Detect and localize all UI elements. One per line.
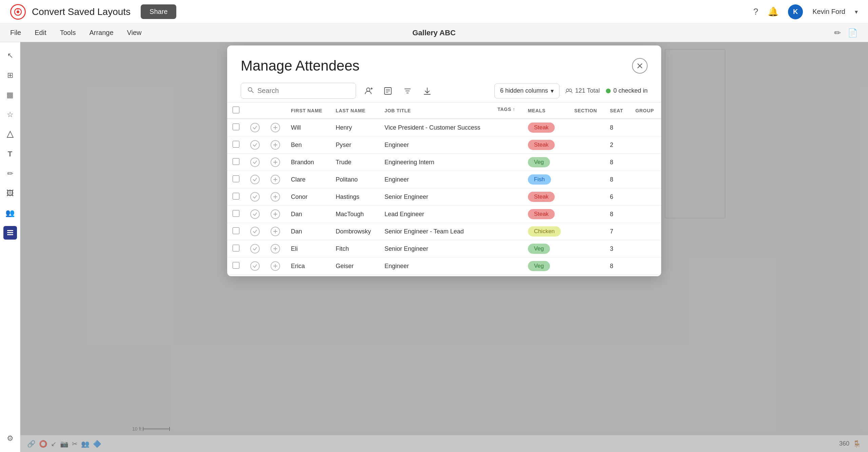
row-checkbox-1[interactable] <box>233 141 239 148</box>
row-checkbox-cell[interactable] <box>227 206 245 223</box>
notifications-icon[interactable]: 🔔 <box>768 6 778 17</box>
export-button[interactable] <box>380 83 395 98</box>
row-add-cell[interactable] <box>265 223 285 240</box>
checkin-button-3[interactable] <box>250 175 260 184</box>
add-button-6[interactable] <box>271 227 280 236</box>
add-button-8[interactable] <box>271 261 280 271</box>
col-firstname[interactable]: FIRST NAME <box>285 102 330 119</box>
row-add-cell[interactable] <box>265 119 285 136</box>
row-checkbox-cell[interactable] <box>227 240 245 258</box>
row-checkin-cell[interactable] <box>245 119 265 136</box>
row-add-cell[interactable] <box>265 240 285 258</box>
sidebar-cursor-tool[interactable]: ↖ <box>3 49 17 62</box>
checkin-button-2[interactable] <box>250 157 260 167</box>
col-group[interactable]: GROUP <box>630 102 661 119</box>
help-icon[interactable]: ? <box>753 6 758 17</box>
checkin-button-1[interactable] <box>250 140 260 150</box>
row-checkbox-6[interactable] <box>233 227 239 234</box>
row-checkbox-cell[interactable] <box>227 119 245 136</box>
row-checkbox-3[interactable] <box>233 175 239 182</box>
row-add-cell[interactable] <box>265 206 285 223</box>
col-lastname[interactable]: LAST NAME <box>330 102 379 119</box>
row-add-cell[interactable] <box>265 188 285 206</box>
avatar[interactable]: K <box>788 4 803 19</box>
row-checkbox-0[interactable] <box>233 124 239 130</box>
row-checkin-cell[interactable] <box>245 275 265 277</box>
row-checkbox-5[interactable] <box>233 210 239 217</box>
col-select-all[interactable] <box>227 102 245 119</box>
row-checkbox-cell[interactable] <box>227 258 245 275</box>
row-checkin-cell[interactable] <box>245 258 265 275</box>
row-checkbox-8[interactable] <box>233 262 239 269</box>
add-button-0[interactable] <box>271 123 280 132</box>
user-menu-chevron[interactable]: ▾ <box>855 8 858 16</box>
col-seat[interactable]: SEAT <box>605 102 630 119</box>
menu-edit[interactable]: Edit <box>35 29 46 37</box>
export-pdf-icon[interactable]: 📄 <box>848 28 858 38</box>
sidebar-star-tool[interactable]: ☆ <box>3 108 17 121</box>
download-button[interactable] <box>420 83 435 98</box>
menu-file[interactable]: File <box>10 29 21 37</box>
row-checkbox-2[interactable] <box>233 158 239 165</box>
col-meals[interactable]: MEALS <box>522 102 569 119</box>
row-checkin-cell[interactable] <box>245 188 265 206</box>
filter-button[interactable] <box>400 83 415 98</box>
add-button-7[interactable] <box>271 244 280 253</box>
col-tags[interactable]: TAGS ↑ <box>492 102 522 116</box>
share-button[interactable]: Share <box>141 4 176 19</box>
sidebar-image-tool[interactable]: 🖼 <box>3 187 17 200</box>
col-jobtitle[interactable]: JOB TITLE <box>379 102 492 119</box>
row-group <box>630 223 661 240</box>
row-checkin-cell[interactable] <box>245 154 265 171</box>
sidebar-settings-tool[interactable]: ⚙ <box>3 432 17 445</box>
checkin-button-5[interactable] <box>250 209 260 219</box>
sidebar-people-tool[interactable]: 👥 <box>3 206 17 220</box>
row-checkbox-cell[interactable] <box>227 171 245 188</box>
row-checkbox-cell[interactable] <box>227 154 245 171</box>
checkin-button-8[interactable] <box>250 261 260 271</box>
menu-arrange[interactable]: Arrange <box>89 29 113 37</box>
checkin-button-6[interactable] <box>250 227 260 236</box>
menu-tools[interactable]: Tools <box>60 29 76 37</box>
add-attendee-button[interactable] <box>361 83 376 98</box>
checkin-button-4[interactable] <box>250 192 260 202</box>
row-checkbox-cell[interactable] <box>227 136 245 154</box>
row-checkbox-4[interactable] <box>233 193 239 200</box>
add-button-5[interactable] <box>271 209 280 219</box>
sidebar-table-tool[interactable]: ▦ <box>3 88 17 102</box>
menu-view[interactable]: View <box>127 29 142 37</box>
row-checkin-cell[interactable] <box>245 223 265 240</box>
hidden-columns-button[interactable]: 6 hidden columns ▾ <box>494 83 559 98</box>
add-button-4[interactable] <box>271 192 280 202</box>
sidebar-grid-tool[interactable]: ⊞ <box>3 69 17 82</box>
col-section[interactable]: SECTION <box>569 102 605 119</box>
checkin-button-7[interactable] <box>250 244 260 253</box>
row-add-cell[interactable] <box>265 171 285 188</box>
checkin-button-0[interactable] <box>250 123 260 132</box>
select-all-checkbox[interactable] <box>233 107 239 113</box>
row-add-cell[interactable] <box>265 258 285 275</box>
add-button-2[interactable] <box>271 157 280 167</box>
search-input[interactable] <box>257 87 350 95</box>
sidebar-shape-tool[interactable] <box>3 128 17 141</box>
row-checkin-cell[interactable] <box>245 206 265 223</box>
row-add-cell[interactable] <box>265 136 285 154</box>
row-checkin-cell[interactable] <box>245 171 265 188</box>
row-jobtitle: Vice President - Customer Success <box>379 119 492 136</box>
row-checkbox-cell[interactable] <box>227 188 245 206</box>
sidebar-list-tool[interactable] <box>3 226 17 240</box>
row-checkin-cell[interactable] <box>245 240 265 258</box>
modal-close-button[interactable] <box>632 58 648 74</box>
row-checkbox-cell[interactable] <box>227 223 245 240</box>
sidebar-pen-tool[interactable]: ✏ <box>3 167 17 181</box>
add-button-3[interactable] <box>271 175 280 184</box>
add-button-1[interactable] <box>271 140 280 150</box>
table-row: Clare Politano Engineer Fish 8 <box>227 171 661 188</box>
row-checkbox-7[interactable] <box>233 245 239 251</box>
row-add-cell[interactable] <box>265 154 285 171</box>
row-add-cell[interactable] <box>265 275 285 277</box>
row-checkbox-cell[interactable] <box>227 275 245 277</box>
annotate-icon[interactable]: ✏ <box>834 28 841 38</box>
row-checkin-cell[interactable] <box>245 136 265 154</box>
sidebar-text-tool[interactable]: T <box>3 147 17 161</box>
